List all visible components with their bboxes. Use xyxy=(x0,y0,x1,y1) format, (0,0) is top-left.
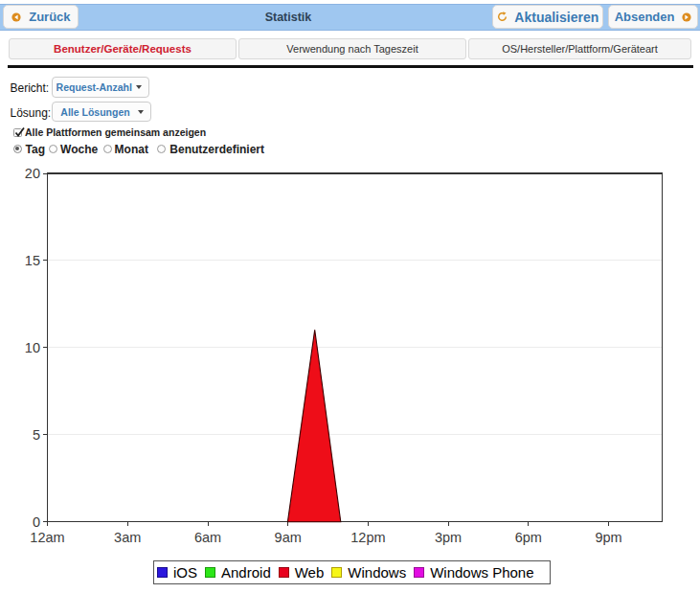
svg-text:9am: 9am xyxy=(275,530,302,545)
svg-text:5: 5 xyxy=(33,427,40,443)
svg-text:6pm: 6pm xyxy=(515,530,542,545)
svg-text:20: 20 xyxy=(25,166,40,181)
svg-text:3pm: 3pm xyxy=(435,530,462,545)
svg-text:9pm: 9pm xyxy=(595,530,621,545)
svg-text:12pm: 12pm xyxy=(350,530,385,545)
svg-text:6am: 6am xyxy=(194,530,221,545)
svg-text:10: 10 xyxy=(25,340,40,355)
svg-text:0: 0 xyxy=(33,514,40,530)
svg-text:15: 15 xyxy=(25,253,40,268)
svg-text:3am: 3am xyxy=(114,530,141,545)
svg-text:12am: 12am xyxy=(30,530,64,545)
